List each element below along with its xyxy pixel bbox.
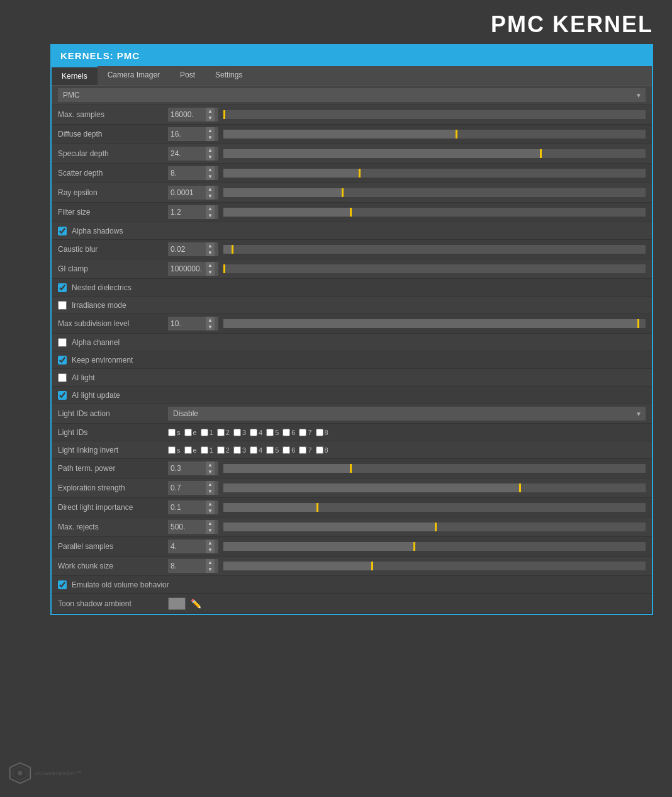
- gi-clamp-input[interactable]: [168, 263, 206, 274]
- tab-kernels[interactable]: Kernels: [52, 66, 98, 85]
- exploration-strength-spin[interactable]: ▲ ▼: [206, 481, 216, 495]
- max-rejects-slider[interactable]: [223, 523, 646, 531]
- work-chunk-size-down[interactable]: ▼: [206, 566, 215, 573]
- max-rejects-input[interactable]: [168, 521, 206, 533]
- scatter-depth-input[interactable]: [168, 167, 206, 179]
- exploration-strength-input-wrapper[interactable]: ▲ ▼: [168, 481, 218, 495]
- scatter-depth-down[interactable]: ▼: [206, 173, 215, 180]
- light-ids-action-select-wrapper[interactable]: Disable Enable Invert ▼: [168, 407, 646, 421]
- direct-light-importance-input[interactable]: [168, 502, 206, 513]
- lli-4-checkbox[interactable]: [250, 446, 257, 454]
- caustic-blur-slider[interactable]: [223, 245, 646, 254]
- specular-depth-down[interactable]: ▼: [206, 154, 215, 161]
- max-rejects-input-wrapper[interactable]: ▲ ▼: [168, 520, 218, 534]
- work-chunk-size-input-wrapper[interactable]: ▲ ▼: [168, 559, 218, 573]
- scatter-depth-slider[interactable]: [223, 169, 646, 178]
- max-samples-down[interactable]: ▼: [206, 115, 215, 122]
- light-id-2-checkbox[interactable]: [217, 429, 225, 436]
- exploration-strength-slider[interactable]: [223, 483, 646, 492]
- parallel-samples-down[interactable]: ▼: [206, 546, 215, 553]
- direct-light-importance-input-wrapper[interactable]: ▲ ▼: [168, 500, 218, 514]
- lli-1-checkbox[interactable]: [201, 446, 208, 454]
- work-chunk-size-input[interactable]: [168, 560, 206, 572]
- max-subdiv-spin[interactable]: ▲ ▼: [206, 317, 216, 331]
- direct-light-importance-down[interactable]: ▼: [206, 507, 215, 514]
- lli-6-checkbox[interactable]: [283, 446, 290, 454]
- max-rejects-up[interactable]: ▲: [206, 520, 215, 527]
- max-subdiv-slider[interactable]: [223, 319, 646, 328]
- path-term-power-up[interactable]: ▲: [206, 461, 215, 468]
- direct-light-importance-spin[interactable]: ▲ ▼: [206, 500, 216, 514]
- path-term-power-slider[interactable]: [223, 464, 646, 473]
- ray-epsilon-input[interactable]: [168, 187, 206, 198]
- max-subdiv-down[interactable]: ▼: [206, 324, 215, 331]
- parallel-samples-slider[interactable]: [223, 542, 646, 551]
- path-term-power-input[interactable]: [168, 463, 206, 474]
- filter-size-input-wrapper[interactable]: ▲ ▼: [168, 205, 218, 219]
- ray-epsilon-slider[interactable]: [223, 188, 646, 197]
- gi-clamp-slider[interactable]: [223, 264, 646, 273]
- exploration-strength-down[interactable]: ▼: [206, 488, 215, 495]
- tab-camera-imager[interactable]: Camera Imager: [98, 66, 170, 85]
- lli-7-checkbox[interactable]: [299, 446, 306, 454]
- exploration-strength-input[interactable]: [168, 482, 206, 494]
- max-samples-slider[interactable]: [223, 110, 646, 119]
- parallel-samples-input[interactable]: [168, 541, 206, 552]
- gi-clamp-up[interactable]: ▲: [206, 262, 215, 269]
- work-chunk-size-up[interactable]: ▲: [206, 559, 215, 566]
- caustic-blur-spin[interactable]: ▲ ▼: [206, 242, 216, 256]
- ai-light-checkbox[interactable]: [58, 373, 67, 382]
- lli-s-checkbox[interactable]: [168, 446, 176, 454]
- gi-clamp-spin[interactable]: ▲ ▼: [206, 262, 216, 276]
- tab-post[interactable]: Post: [170, 66, 205, 85]
- filter-size-down[interactable]: ▼: [206, 212, 215, 219]
- filter-size-input[interactable]: [168, 206, 206, 218]
- filter-size-slider[interactable]: [223, 208, 646, 217]
- max-samples-up[interactable]: ▲: [206, 108, 215, 115]
- irradiance-mode-checkbox[interactable]: [58, 301, 67, 310]
- direct-light-importance-slider[interactable]: [223, 503, 646, 512]
- max-subdiv-input[interactable]: [168, 318, 206, 329]
- filter-size-spin[interactable]: ▲ ▼: [206, 205, 216, 219]
- ray-epsilon-up[interactable]: ▲: [206, 186, 215, 193]
- max-rejects-spin[interactable]: ▲ ▼: [206, 520, 216, 534]
- specular-depth-input[interactable]: [168, 148, 206, 159]
- max-samples-spin[interactable]: ▲ ▼: [206, 108, 216, 122]
- caustic-blur-down[interactable]: ▼: [206, 249, 215, 256]
- pmc-select-wrapper[interactable]: PMC Direct Light Path Tracing ▼: [58, 88, 646, 102]
- eyedropper-icon[interactable]: ✏️: [191, 599, 201, 609]
- alpha-channel-checkbox[interactable]: [58, 338, 67, 347]
- tab-settings[interactable]: Settings: [205, 66, 252, 85]
- parallel-samples-spin[interactable]: ▲ ▼: [206, 540, 216, 553]
- specular-depth-slider[interactable]: [223, 149, 646, 158]
- scatter-depth-spin[interactable]: ▲ ▼: [206, 166, 216, 180]
- lli-2-checkbox[interactable]: [217, 446, 225, 454]
- light-id-1-checkbox[interactable]: [201, 429, 208, 436]
- lli-3-checkbox[interactable]: [233, 446, 241, 454]
- work-chunk-size-spin[interactable]: ▲ ▼: [206, 559, 216, 573]
- caustic-blur-input[interactable]: [168, 244, 206, 255]
- diffuse-depth-spin[interactable]: ▲ ▼: [206, 127, 216, 141]
- light-id-6-checkbox[interactable]: [283, 429, 290, 436]
- toon-shadow-color-swatch[interactable]: [168, 597, 186, 610]
- alpha-shadows-checkbox[interactable]: [58, 227, 67, 235]
- light-id-8-checkbox[interactable]: [316, 429, 323, 436]
- diffuse-depth-slider[interactable]: [223, 130, 646, 138]
- keep-environment-checkbox[interactable]: [58, 356, 67, 365]
- light-id-4-checkbox[interactable]: [250, 429, 257, 436]
- path-term-power-input-wrapper[interactable]: ▲ ▼: [168, 461, 218, 475]
- parallel-samples-input-wrapper[interactable]: ▲ ▼: [168, 540, 218, 553]
- gi-clamp-down[interactable]: ▼: [206, 269, 215, 276]
- lli-e-checkbox[interactable]: [184, 446, 192, 454]
- diffuse-depth-up[interactable]: ▲: [206, 127, 215, 134]
- exploration-strength-up[interactable]: ▲: [206, 481, 215, 488]
- lli-5-checkbox[interactable]: [266, 446, 274, 454]
- light-id-e-checkbox[interactable]: [184, 429, 192, 436]
- nested-dielectrics-checkbox[interactable]: [58, 283, 67, 292]
- caustic-blur-input-wrapper[interactable]: ▲ ▼: [168, 242, 218, 256]
- scatter-depth-up[interactable]: ▲: [206, 166, 215, 173]
- light-id-7-checkbox[interactable]: [299, 429, 306, 436]
- diffuse-depth-input-wrapper[interactable]: ▲ ▼: [168, 127, 218, 141]
- path-term-power-spin[interactable]: ▲ ▼: [206, 461, 216, 475]
- diffuse-depth-down[interactable]: ▼: [206, 134, 215, 141]
